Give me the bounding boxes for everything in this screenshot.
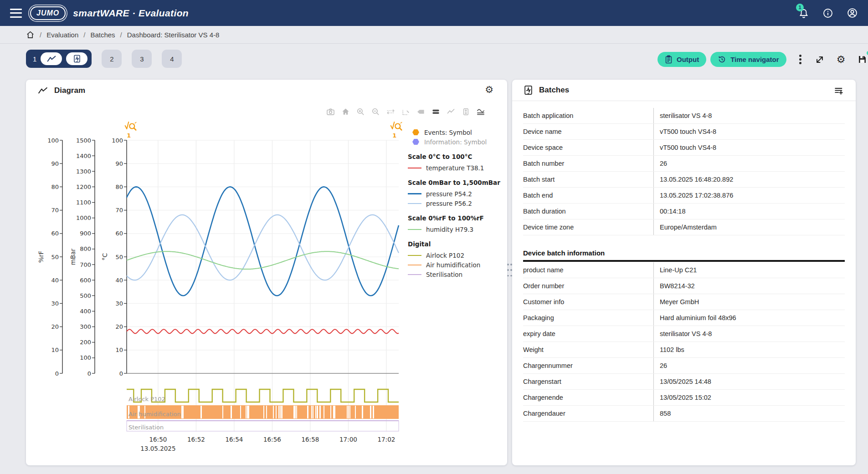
row-label: Chargenstart: [523, 374, 653, 389]
notifications-bell-icon[interactable]: 1: [798, 7, 810, 19]
expand-icon[interactable]: [813, 53, 827, 66]
batch-report-icon: [524, 85, 533, 95]
diagram-panel-header: Diagram: [26, 80, 507, 101]
breadcrumb-separator: /: [120, 31, 122, 39]
history-icon: [718, 55, 726, 64]
svg-text:70: 70: [115, 207, 123, 214]
events-symbol-icon: [412, 129, 419, 135]
app-window: JUMO smartWARE · Evaluation 1: [0, 0, 868, 474]
row-value: 00:14:18: [653, 204, 845, 219]
svg-text:1400: 1400: [76, 153, 91, 159]
svg-text:1200: 1200: [76, 183, 91, 190]
series-pressure-P54-2: [127, 187, 399, 296]
row-value: Europe/Amsterdam: [653, 219, 845, 235]
legend-item[interactable]: pressure P54.2: [408, 189, 501, 199]
row-label: Device name: [523, 124, 653, 139]
row-label: Customer info: [523, 294, 653, 310]
panel-splitter-handle[interactable]: [507, 264, 512, 279]
info-icon[interactable]: [822, 7, 834, 19]
svg-text:30: 30: [115, 300, 123, 307]
svg-text:16:52: 16:52: [187, 436, 205, 443]
batches-panel: Batches Batch applicationsterilisator VS…: [512, 80, 856, 465]
tab-2[interactable]: 2: [102, 50, 122, 68]
svg-text:1: 1: [392, 132, 396, 139]
row-value: 858: [653, 406, 845, 421]
svg-text:1000: 1000: [76, 214, 91, 221]
svg-text:100: 100: [80, 354, 91, 361]
tab-3[interactable]: 3: [132, 50, 152, 68]
row-label: Packaging: [523, 310, 653, 326]
svg-text:13.05.2025: 13.05.2025: [140, 445, 175, 452]
add-batch-list-icon[interactable]: [834, 86, 844, 97]
svg-text:60: 60: [51, 230, 59, 237]
svg-text:90: 90: [115, 160, 123, 167]
dashboard-tabs: 1 2 3 4: [26, 50, 182, 68]
row-label: Batch start: [523, 172, 653, 187]
svg-text:1: 1: [127, 132, 131, 139]
svg-text:80: 80: [115, 183, 123, 190]
breadcrumb-batches[interactable]: Batches: [90, 31, 115, 39]
tab-1-batches-toggle[interactable]: [66, 52, 87, 65]
table-row: Device time zoneEurope/Amsterdam: [523, 219, 845, 235]
tab-1-active[interactable]: 1: [26, 50, 92, 68]
table-row: Customer infoMeyer GmbH: [523, 294, 845, 310]
legend-item[interactable]: Sterilisation: [408, 270, 501, 279]
batches-title: Batches: [539, 86, 569, 95]
settings-gear-icon[interactable]: ⚙: [834, 53, 848, 66]
legend-item-label: pressure P56.2: [426, 200, 472, 207]
tab-1-diagram-toggle[interactable]: [41, 52, 62, 65]
tab-4[interactable]: 4: [162, 50, 182, 68]
row-value: sterilisator VS 4-8: [653, 108, 845, 123]
notification-count-badge: 1: [796, 4, 804, 11]
legend-item[interactable]: pressure P56.2: [408, 199, 501, 208]
more-options-icon[interactable]: [797, 53, 804, 66]
row-value: 1102 lbs: [653, 342, 845, 357]
legend-item[interactable]: humidity H79.3: [408, 224, 501, 234]
legend-item[interactable]: temperature T38.1: [408, 163, 501, 173]
top-navbar: JUMO smartWARE · Evaluation 1: [0, 0, 868, 26]
menu-icon[interactable]: [10, 9, 22, 18]
legend-item[interactable]: Air humidification: [408, 260, 501, 270]
svg-text:100: 100: [112, 137, 123, 144]
svg-text:80: 80: [51, 183, 59, 190]
row-label: Order number: [523, 278, 653, 294]
row-label: Batch end: [523, 188, 653, 203]
legend-events[interactable]: Events: Symbol: [408, 127, 501, 137]
time-navigator-button[interactable]: Time navigator: [710, 52, 786, 67]
legend-group-heading: Digital: [408, 240, 501, 250]
legend-swatch: [408, 193, 421, 194]
svg-text:%rF: %rF: [37, 251, 45, 263]
table-row: Chargendauer858: [523, 406, 845, 422]
legend-item-label: pressure P54.2: [426, 190, 472, 198]
toolbar: Output Time navigator ⚙: [657, 52, 868, 67]
svg-text:1500: 1500: [76, 137, 91, 144]
event-marker[interactable]: 1: [125, 122, 136, 139]
legend-group-heading: Scale 0%rF to 100%rF: [408, 214, 501, 224]
row-label: Chargendauer: [523, 406, 653, 421]
svg-text:17:00: 17:00: [339, 436, 357, 443]
svg-text:17:02: 17:02: [377, 436, 395, 443]
svg-text:16:56: 16:56: [263, 436, 281, 443]
row-value: vT500 touch VS4-8: [653, 124, 845, 139]
event-marker[interactable]: 1: [391, 122, 402, 139]
svg-text:200: 200: [80, 339, 91, 346]
table-row: Batch start13.05.2025 16:48:20.892: [523, 172, 845, 188]
breadcrumb-evaluation[interactable]: Evaluation: [46, 31, 78, 39]
legend-information[interactable]: Information: Symbol: [408, 137, 501, 147]
diagram-settings-gear-icon[interactable]: ⚙: [485, 85, 493, 95]
legend-item[interactable]: Airlock P102: [408, 250, 501, 260]
home-icon[interactable]: [26, 31, 35, 39]
row-label: Device space: [523, 140, 653, 155]
row-value: 13/05/2025 15:02: [653, 390, 845, 405]
account-icon[interactable]: [846, 7, 858, 19]
svg-text:500: 500: [80, 292, 91, 299]
svg-text:900: 900: [80, 230, 91, 237]
svg-text:16:50: 16:50: [149, 436, 167, 443]
table-row: Batch applicationsterilisator VS 4-8: [523, 108, 845, 124]
save-icon[interactable]: [856, 53, 868, 66]
output-button[interactable]: Output: [657, 52, 706, 67]
time-navigator-label: Time navigator: [730, 56, 779, 63]
table-row: Chargenende13/05/2025 15:02: [523, 390, 845, 406]
app-title: smartWARE · Evaluation: [73, 8, 189, 19]
svg-text:600: 600: [80, 277, 91, 284]
